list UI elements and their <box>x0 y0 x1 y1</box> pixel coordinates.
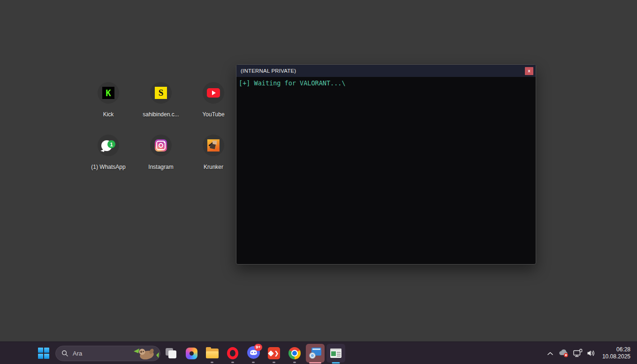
shortcut-label: YouTube <box>202 111 224 118</box>
whatsapp-unread-badge: 1 <box>107 140 115 148</box>
red-diamond-app-button[interactable]: ❯ <box>264 342 284 364</box>
search-placeholder: Ara <box>73 350 82 357</box>
search-input[interactable]: Ara <box>55 346 160 361</box>
shortcut-whatsapp[interactable]: 1 (1) WhatsApp <box>82 132 135 185</box>
tray-date: 10.08.2025 <box>602 353 630 360</box>
running-indicator <box>293 362 296 363</box>
volume-button[interactable] <box>584 344 598 363</box>
krunker-icon <box>203 135 224 156</box>
active-indicator <box>309 362 321 364</box>
terminal-title-bar[interactable]: (INTERNAL PRIVATE) x <box>236 65 536 77</box>
discord-icon: 9+ <box>247 346 260 361</box>
terminal-output-line: [+] Waiting for VALORANT...\ <box>239 79 346 87</box>
youtube-icon <box>203 82 224 104</box>
terminal-window: (INTERNAL PRIVATE) x [+] Waiting for VAL… <box>236 64 536 265</box>
copilot-icon <box>186 348 197 359</box>
whatsapp-icon: 1 <box>98 135 119 156</box>
file-explorer-button[interactable] <box>202 342 222 364</box>
shortcut-kick[interactable]: K Kick <box>82 80 135 132</box>
desktop-background: K Kick S sahibinden.c... YouTube 1 (1) W… <box>0 0 637 364</box>
shortcut-instagram[interactable]: Instagram <box>135 132 187 185</box>
task-view-icon <box>165 348 176 359</box>
instagram-icon <box>150 135 172 156</box>
shortcut-label: Kick <box>103 111 114 118</box>
shortcut-label: Instagram <box>148 164 173 170</box>
discord-notification-badge: 9+ <box>254 344 262 351</box>
opera-icon <box>227 347 238 359</box>
opera-button[interactable] <box>222 342 243 364</box>
running-indicator <box>211 362 213 363</box>
onedrive-error-button[interactable] <box>556 344 571 363</box>
viewer-app-button[interactable] <box>326 342 346 364</box>
chrome-icon <box>288 347 301 359</box>
chrome-button[interactable] <box>284 342 305 364</box>
sahibinden-icon: S <box>150 82 172 104</box>
windows-start-icon <box>38 348 49 359</box>
close-button[interactable]: x <box>525 67 533 75</box>
tray-time: 06:28 <box>602 346 630 353</box>
sloth-image[interactable] <box>133 347 159 361</box>
desktop-shortcut-grid: K Kick S sahibinden.c... YouTube 1 (1) W… <box>82 80 240 185</box>
shortcut-label: sahibinden.c... <box>143 111 179 118</box>
search-icon <box>61 350 68 357</box>
shortcut-label: Krunker <box>204 164 223 170</box>
volume-icon <box>586 349 596 357</box>
copilot-button[interactable] <box>181 342 202 364</box>
network-display-icon <box>573 349 583 358</box>
clock[interactable]: 06:28 10.08.2025 <box>602 346 633 360</box>
onedrive-error-icon <box>558 349 569 358</box>
discord-button[interactable]: 9+ <box>243 342 264 364</box>
terminal-output: [+] Waiting for VALORANT...\ <box>236 77 536 89</box>
window-title: (INTERNAL PRIVATE) <box>236 68 296 74</box>
network-button[interactable] <box>571 344 584 363</box>
red-diamond-app-icon: ❯ <box>268 347 280 359</box>
installer-app-icon <box>309 348 321 359</box>
task-view-button[interactable] <box>160 342 181 364</box>
active-indicator <box>332 362 340 364</box>
taskbar: Ara <box>0 341 637 364</box>
shortcut-label: (1) WhatsApp <box>91 164 125 170</box>
shortcut-krunker[interactable]: Krunker <box>187 132 240 185</box>
running-indicator <box>273 362 275 363</box>
file-explorer-icon <box>206 349 219 358</box>
kick-icon: K <box>98 82 119 104</box>
shortcut-sahibinden[interactable]: S sahibinden.c... <box>135 80 187 132</box>
installer-app-button[interactable] <box>305 342 326 364</box>
chevron-up-icon <box>547 351 554 356</box>
start-button[interactable] <box>35 344 53 363</box>
running-indicator <box>231 362 234 363</box>
running-indicator <box>252 362 255 363</box>
viewer-app-icon <box>330 349 341 358</box>
shortcut-youtube[interactable]: YouTube <box>187 80 240 132</box>
hidden-icons-button[interactable] <box>544 344 556 363</box>
